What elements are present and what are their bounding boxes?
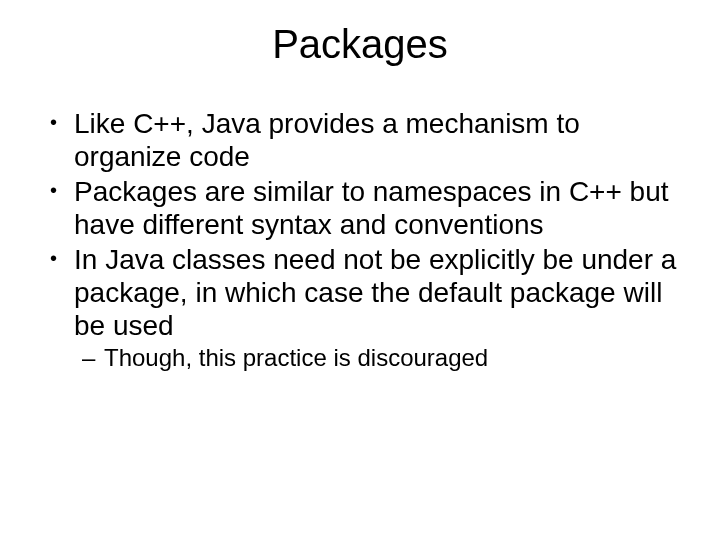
sub-bullet-item: Though, this practice is discouraged bbox=[74, 344, 682, 373]
slide-title: Packages bbox=[38, 22, 682, 67]
slide: Packages Like C++, Java provides a mecha… bbox=[0, 0, 720, 540]
bullet-list: Like C++, Java provides a mechanism to o… bbox=[44, 107, 682, 373]
bullet-text: Packages are similar to namespaces in C+… bbox=[74, 176, 669, 240]
sub-bullet-list: Though, this practice is discouraged bbox=[74, 344, 682, 373]
bullet-text: Like C++, Java provides a mechanism to o… bbox=[74, 108, 580, 172]
bullet-item: Packages are similar to namespaces in C+… bbox=[44, 175, 682, 241]
slide-content: Like C++, Java provides a mechanism to o… bbox=[38, 107, 682, 373]
bullet-text: In Java classes need not be explicitly b… bbox=[74, 244, 676, 341]
bullet-item: Like C++, Java provides a mechanism to o… bbox=[44, 107, 682, 173]
bullet-item: In Java classes need not be explicitly b… bbox=[44, 243, 682, 373]
sub-bullet-text: Though, this practice is discouraged bbox=[104, 344, 488, 371]
